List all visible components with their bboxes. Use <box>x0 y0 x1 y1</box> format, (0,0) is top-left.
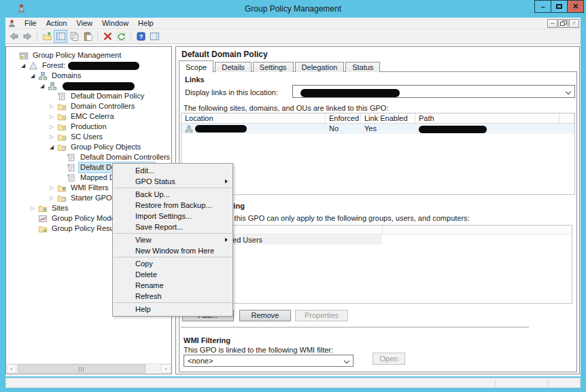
context-menu-rename[interactable]: Rename <box>113 280 232 291</box>
console-tree-icon[interactable] <box>54 30 67 43</box>
tree-item-group-policy-objects[interactable]: ◢Group Policy Objects <box>6 142 172 152</box>
tree-item-label: Group Policy Objects <box>69 142 142 152</box>
status-divider <box>495 380 496 386</box>
tree-collapsed-arrow-icon[interactable]: ▷ <box>50 122 57 132</box>
tree-collapsed-arrow-icon[interactable]: ▷ <box>50 132 57 142</box>
menu-window[interactable]: Window <box>97 19 133 27</box>
wmi-filtering-heading: WMI Filtering <box>184 336 230 344</box>
scroll-left-button[interactable]: ‹ <box>7 364 16 373</box>
tree-collapsed-arrow-icon[interactable]: ▷ <box>50 183 57 193</box>
tree-item-domain-controllers[interactable]: ▷Domain Controllers <box>6 101 172 111</box>
paste-icon[interactable] <box>81 30 94 43</box>
refresh-icon[interactable] <box>114 30 128 43</box>
column-header-location[interactable]: Location <box>182 113 326 123</box>
context-menu-restore-from-backup[interactable]: Restore from Backup... <box>113 200 232 211</box>
tree-collapsed-arrow-icon[interactable]: ▷ <box>50 101 57 111</box>
forward-icon[interactable] <box>20 30 34 43</box>
tree-item-emc-celerra[interactable]: ▷EMC Celerra <box>6 111 172 122</box>
close-button[interactable]: ✕ <box>567 0 584 13</box>
help-icon[interactable]: ? <box>134 30 148 43</box>
open-button[interactable]: Open <box>373 353 405 365</box>
context-menu-import-settings[interactable]: Import Settings... <box>113 211 232 221</box>
domain-icon <box>185 125 193 133</box>
tree-horizontal-scrollbar[interactable]: ‹ › <box>7 363 171 373</box>
context-menu-gpo-status[interactable]: GPO Status <box>113 176 232 187</box>
context-menu-copy[interactable]: Copy <box>113 258 232 269</box>
scrollbar-thumb[interactable] <box>18 364 145 373</box>
tree-item-default-domain-controllers-policy[interactable]: Default Domain Controllers Policy <box>6 152 172 162</box>
column-header-enforced[interactable]: Enforced <box>326 113 361 123</box>
cell-enforced: No <box>326 124 361 134</box>
menu-help[interactable]: Help <box>133 19 158 27</box>
column-header-empty[interactable] <box>559 113 574 123</box>
back-icon[interactable] <box>7 30 20 43</box>
context-menu-edit[interactable]: Edit... <box>113 165 232 176</box>
gpo-icon <box>67 153 76 162</box>
menu-file[interactable]: File <box>20 19 41 27</box>
domain-icon <box>48 82 57 91</box>
links-table[interactable]: LocationEnforcedLink EnabledPath NoYes <box>181 113 575 195</box>
context-menu-new-window-from-here[interactable]: New Window from Here <box>113 245 232 256</box>
tab-scope[interactable]: Scope <box>179 60 213 73</box>
properties-button[interactable]: Properties <box>295 310 348 321</box>
tree-item-label: EMC Celerra <box>69 111 116 122</box>
tree-collapsed-arrow-icon[interactable]: ▷ <box>50 111 57 122</box>
results-folder-icon <box>38 224 48 234</box>
wmi-filter-dropdown[interactable]: <none> <box>184 355 354 367</box>
tab-settings[interactable]: Settings <box>253 62 294 72</box>
status-bar <box>5 378 581 388</box>
title-bar[interactable]: Group Policy Management – ✕ <box>0 0 586 18</box>
submenu-arrow-icon <box>225 238 228 242</box>
mdi-restore-button[interactable] <box>558 19 568 28</box>
tree-expanded-arrow-icon[interactable]: ◢ <box>40 81 48 91</box>
tree-item-default-domain-policy[interactable]: Default Domain Policy <box>6 91 172 101</box>
tab-status[interactable]: Status <box>345 62 380 72</box>
tree-item-label: Forest: <box>41 60 67 71</box>
context-menu-help[interactable]: Help <box>113 304 232 315</box>
menu-view[interactable]: View <box>71 19 97 27</box>
tree-item-domains[interactable]: ◢Domains <box>6 71 172 81</box>
maximize-button[interactable] <box>551 0 568 13</box>
mdi-close-button[interactable]: ✕ <box>569 19 579 28</box>
tab-delegation[interactable]: Delegation <box>295 62 345 72</box>
restore-icon <box>560 20 566 26</box>
tree-item-sc-users[interactable]: ▷SC Users <box>6 132 172 142</box>
security-filtering-list[interactable]: Authenticated Users <box>181 225 572 304</box>
tree-item-redacted[interactable]: ◢ <box>6 81 172 91</box>
column-header-link-enabled[interactable]: Link Enabled <box>361 113 415 123</box>
maximize-icon <box>556 4 562 9</box>
up-level-icon[interactable] <box>40 30 54 43</box>
context-menu-delete[interactable]: Delete <box>113 269 232 280</box>
tree-item-production[interactable]: ▷Production <box>6 122 172 132</box>
column-header-path[interactable]: Path <box>415 113 559 123</box>
mdi-minimize-button[interactable]: – <box>547 19 557 28</box>
link-row[interactable]: NoYes <box>182 124 574 134</box>
scroll-right-button[interactable]: › <box>161 364 171 373</box>
location-dropdown[interactable] <box>292 85 575 98</box>
tab-details[interactable]: Details <box>215 62 252 72</box>
remove-button[interactable]: Remove <box>239 310 291 321</box>
copy-icon[interactable] <box>67 30 81 43</box>
tree-item-group-policy-management[interactable]: Group Policy Management <box>6 50 172 60</box>
context-menu-save-report[interactable]: Save Report... <box>113 221 232 232</box>
links-table-header[interactable]: LocationEnforcedLink EnabledPath <box>182 113 574 124</box>
tree-collapsed-arrow-icon[interactable]: ▷ <box>31 203 38 213</box>
tree-expanded-arrow-icon[interactable]: ◢ <box>50 142 57 152</box>
tree-expanded-arrow-icon[interactable]: ◢ <box>31 71 38 81</box>
menu-separator <box>114 188 232 188</box>
tree-item-label: Default Domain Controllers Policy <box>79 152 172 162</box>
tree-item-label: Domains <box>50 71 82 81</box>
action-pane-icon[interactable] <box>148 30 161 43</box>
tree-expanded-arrow-icon[interactable]: ◢ <box>21 60 29 71</box>
minimize-button[interactable]: – <box>534 0 551 13</box>
tree-item-forest[interactable]: ◢Forest: <box>6 60 172 71</box>
context-menu-refresh[interactable]: Refresh <box>113 291 232 302</box>
submenu-arrow-icon <box>225 179 228 183</box>
wmi-filter-value: <none> <box>188 357 213 365</box>
context-menu-view[interactable]: View <box>113 234 232 245</box>
details-pane: Default Domain Policy ScopeDetailsSettin… <box>175 46 580 374</box>
delete-icon[interactable] <box>101 30 114 43</box>
menu-action[interactable]: Action <box>41 19 72 27</box>
tree-collapsed-arrow-icon[interactable]: ▷ <box>50 193 57 203</box>
context-menu-back-up[interactable]: Back Up... <box>113 189 232 200</box>
